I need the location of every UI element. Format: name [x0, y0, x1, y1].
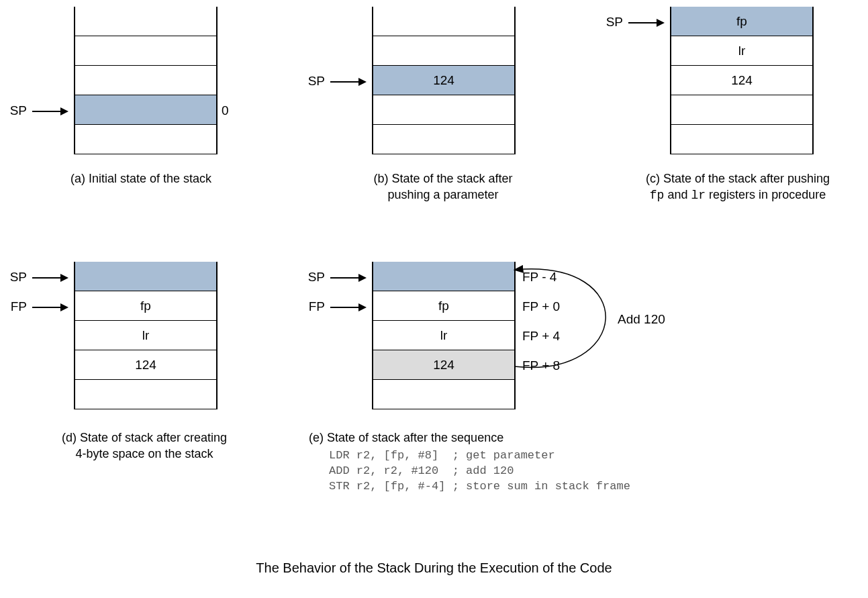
stack-e-off1: FP + 0	[522, 299, 560, 314]
stack-e-cell: lr	[373, 321, 514, 350]
diagram-page: SP 0 (a) Initial state of the stack 124 …	[0, 0, 868, 598]
stack-e-off3: FP + 8	[522, 358, 560, 373]
stack-b-cell	[373, 125, 514, 154]
code-e: LDR r2, [fp, #8] ; get parameter ADD r2,…	[329, 448, 712, 495]
stack-c-cell	[671, 95, 812, 125]
caption-c-l2-lr: lr	[691, 189, 706, 202]
stack-d-cell: fp	[75, 291, 216, 321]
stack-c-cell: 124	[671, 66, 812, 95]
stack-a	[74, 7, 218, 154]
stack-a-cell	[75, 95, 216, 125]
stack-c: fp lr 124	[670, 7, 814, 154]
stack-e-cell: fp	[373, 291, 514, 321]
add-label: Add 120	[618, 312, 665, 327]
caption-c-l1: (c) State of the stack after pushing	[646, 172, 830, 185]
sp-label-d: SP	[0, 270, 27, 285]
stack-c-cell: fp	[671, 7, 812, 36]
caption-d: (d) State of stack after creating 4-byte…	[34, 430, 255, 462]
stack-d-cell: lr	[75, 321, 216, 350]
stack-e-cell	[373, 262, 514, 291]
stack-b-cell	[373, 95, 514, 125]
sp-label-b: SP	[298, 74, 325, 89]
sp-label-c: SP	[596, 15, 623, 30]
stack-a-cell	[75, 125, 216, 154]
sp-arrow-b	[330, 81, 365, 83]
stack-d: fp lr 124	[74, 262, 218, 409]
stack-b-cell	[373, 36, 514, 66]
stack-a-cell	[75, 36, 216, 66]
stack-e: fp lr 124	[372, 262, 516, 409]
caption-b-l1: (b) State of the stack after	[373, 172, 512, 185]
sp-label-a: SP	[0, 103, 27, 118]
fp-arrow-d	[32, 307, 67, 308]
caption-c-l2-post: registers in procedure	[709, 188, 826, 201]
stack-d-cell	[75, 380, 216, 409]
code-e-l1: LDR r2, [fp, #8] ; get parameter	[329, 449, 555, 462]
stack-a-cell	[75, 66, 216, 95]
fp-label-d: FP	[0, 299, 27, 314]
sp-arrow-d	[32, 277, 67, 279]
caption-a-text: (a) Initial state of the stack	[70, 172, 211, 185]
stack-a-side-zero: 0	[222, 103, 229, 118]
sp-label-e: SP	[298, 270, 325, 285]
caption-e-text: (e) State of stack after the sequence	[309, 431, 503, 444]
stack-b-cell	[373, 7, 514, 36]
stack-d-cell: 124	[75, 350, 216, 380]
caption-d-l1: (d) State of stack after creating	[62, 431, 227, 444]
stack-c-cell	[671, 125, 812, 154]
stack-e-off0: FP - 4	[522, 270, 557, 285]
fp-arrow-e	[330, 307, 365, 308]
caption-d-l2: 4-byte space on the stack	[75, 447, 213, 460]
code-e-l2: ADD r2, r2, #120 ; add 120	[329, 464, 514, 477]
caption-c: (c) State of the stack after pushing fp …	[608, 170, 868, 204]
caption-b-l2: pushing a parameter	[387, 188, 498, 201]
stack-d-cell	[75, 262, 216, 291]
sp-arrow-e	[330, 277, 365, 279]
caption-c-l2-mid: and	[667, 188, 691, 201]
sp-arrow-a	[32, 111, 67, 112]
caption-b: (b) State of the stack after pushing a p…	[316, 170, 571, 203]
diagram-title: The Behavior of the Stack During the Exe…	[0, 560, 868, 576]
stack-e-cell	[373, 380, 514, 409]
caption-a: (a) Initial state of the stack	[40, 170, 242, 187]
stack-e-cell: 124	[373, 350, 514, 380]
code-e-l3: STR r2, [fp, #-4] ; store sum in stack f…	[329, 480, 630, 493]
stack-c-cell: lr	[671, 36, 812, 66]
fp-label-e: FP	[298, 299, 325, 314]
sp-arrow-c	[628, 22, 663, 23]
stack-e-off2: FP + 4	[522, 329, 560, 344]
stack-b-cell: 124	[373, 66, 514, 95]
stack-b: 124	[372, 7, 516, 154]
stack-a-cell	[75, 7, 216, 36]
caption-c-l2-fp: fp	[650, 189, 665, 202]
caption-e: (e) State of stack after the sequence LD…	[309, 430, 712, 495]
